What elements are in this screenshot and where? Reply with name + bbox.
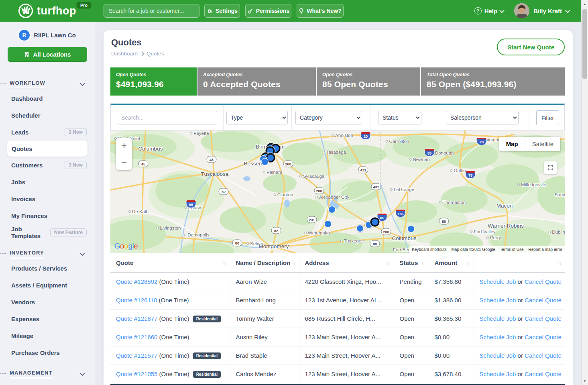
sidebar-item-customers[interactable]: Customers3 New	[0, 157, 95, 173]
action-separator: or	[516, 371, 525, 377]
map-view-button[interactable]: Map	[499, 137, 525, 151]
quote-link[interactable]: Quote #126110	[116, 297, 157, 304]
page-title: Quotes	[111, 37, 142, 48]
report-map-error-link[interactable]: Report a map error	[526, 246, 565, 253]
section-header-management[interactable]: MANAGEMENT	[0, 368, 95, 380]
interstate-shield-85: 85	[378, 214, 387, 221]
map-marker[interactable]	[267, 155, 274, 161]
type-select[interactable]: Type	[226, 111, 288, 124]
sidebar-item-job-templates[interactable]: Job TemplatesNew Feature	[0, 224, 95, 241]
category-select[interactable]: Category	[295, 111, 362, 124]
permissions-button[interactable]: Permissions	[245, 4, 291, 18]
scrollbar-thumb[interactable]	[582, 9, 587, 79]
help-menu[interactable]: ? Help	[474, 7, 504, 14]
sidebar-item-mileage[interactable]: Mileage	[0, 327, 95, 344]
all-locations-button[interactable]: All Locations	[8, 47, 87, 62]
stat-value: 85 Open ($491,093.96)	[427, 79, 559, 89]
map-marker[interactable]	[325, 221, 331, 227]
sidebar-item-expenses[interactable]: Expenses	[0, 310, 95, 327]
scroll-up-arrow[interactable]: ▲	[582, 1, 588, 7]
sidebar-item-leads[interactable]: Leads2 New	[0, 124, 95, 141]
col-header-address[interactable]: Address↑↓	[299, 254, 394, 272]
col-header-amount[interactable]: Amount↑↓	[429, 254, 474, 272]
brand[interactable]: turfhop Pro	[18, 3, 76, 19]
terms-of-use-link[interactable]: Terms of Use	[498, 246, 526, 253]
scroll-down-arrow[interactable]: ▼	[582, 378, 588, 384]
col-header-actions[interactable]: ↑↓	[474, 254, 565, 272]
map-marker[interactable]	[267, 148, 273, 154]
quotes-search-input[interactable]	[117, 111, 217, 124]
quote-link[interactable]: Quote #121055	[116, 371, 157, 377]
vertical-scrollbar[interactable]: ▲ ▼	[581, 0, 588, 385]
residential-badge: Residential	[193, 371, 221, 378]
map-marker[interactable]	[262, 159, 268, 165]
divider	[291, 105, 292, 130]
company-switcher[interactable]: R RIIPL Lawn Co	[0, 30, 95, 41]
whats-new-button[interactable]: What's New?	[297, 4, 344, 18]
schedule-job-link[interactable]: Schedule Job	[480, 334, 516, 340]
map-city-label: Tuskegee	[340, 238, 364, 243]
cancel-quote-link[interactable]: Cancel Quote	[525, 371, 562, 377]
schedule-job-link[interactable]: Schedule Job	[480, 315, 516, 322]
schedule-job-link[interactable]: Schedule Job	[480, 297, 516, 304]
status-cell: Pending	[394, 272, 429, 291]
col-header-name[interactable]: Name / Description↑↓	[230, 254, 299, 272]
quote-link[interactable]: Quote #128592	[116, 278, 157, 285]
map-marker[interactable]	[372, 219, 378, 225]
section-header-inventory[interactable]: INVENTORY	[0, 248, 95, 260]
sidebar-item-products-services[interactable]: Products / Services	[0, 260, 95, 277]
map-city-label: Warner Robins	[488, 223, 524, 229]
sidebar-item-purchase-orders[interactable]: Purchase Orders	[0, 344, 95, 361]
schedule-job-link[interactable]: Schedule Job	[480, 278, 516, 285]
sidebar-item-invoices[interactable]: Invoices	[0, 190, 95, 207]
zoom-in-button[interactable]: +	[116, 138, 132, 154]
map-city-label: Milledgeville	[517, 182, 546, 187]
sidebar-item-jobs[interactable]: Jobs	[0, 173, 95, 190]
map[interactable]: FayetteWest PointColumbusAnnistonCarroll…	[110, 130, 565, 253]
cancel-quote-link[interactable]: Cancel Quote	[525, 278, 562, 285]
keyboard-shortcuts-link[interactable]: Keyboard shortcuts	[409, 246, 449, 253]
cancel-quote-link[interactable]: Cancel Quote	[525, 315, 562, 322]
settings-button[interactable]: Settings	[204, 4, 240, 18]
status-cell: Open	[394, 310, 429, 328]
cancel-quote-link[interactable]: Cancel Quote	[525, 352, 562, 359]
sidebar-item-dashboard[interactable]: Dashboard	[0, 90, 95, 107]
salesperson-select[interactable]: Salesperson	[446, 111, 519, 124]
schedule-job-link[interactable]: Schedule Job	[480, 352, 516, 359]
zoom-out-button[interactable]: −	[116, 154, 132, 170]
map-marker[interactable]	[329, 206, 335, 213]
map-marker[interactable]	[273, 145, 279, 152]
global-search-input[interactable]	[104, 4, 199, 18]
status-select[interactable]: Status	[378, 111, 421, 124]
breadcrumb-dashboard[interactable]: Dashboard	[111, 51, 138, 57]
col-header-quote[interactable]: Quote↑↓	[110, 254, 230, 272]
quote-link[interactable]: Quote #121877	[116, 315, 157, 322]
col-header-status[interactable]: Status↑↓	[394, 254, 429, 272]
sidebar-item-quotes[interactable]: Quotes	[7, 141, 87, 157]
fullscreen-button[interactable]	[544, 161, 557, 174]
sidebar-item-assets-equipment[interactable]: Assets / Equipment	[0, 277, 95, 293]
col-label: Name / Description	[236, 259, 291, 266]
user-menu[interactable]: Billy Kraft	[514, 3, 570, 18]
map-marker[interactable]	[357, 225, 363, 232]
cancel-quote-link[interactable]: Cancel Quote	[525, 297, 562, 304]
section-header-workflow[interactable]: WORKFLOW	[0, 78, 95, 90]
cancel-quote-link[interactable]: Cancel Quote	[525, 334, 562, 340]
sidebar-item-my-finances[interactable]: My Finances	[0, 207, 95, 224]
name-cell: Brad Staple	[230, 346, 299, 365]
schedule-job-link[interactable]: Schedule Job	[480, 371, 516, 377]
quote-link[interactable]: Quote #121660	[116, 334, 157, 340]
sidebar-item-label: Assets / Equipment	[11, 282, 67, 289]
map-marker[interactable]	[408, 226, 414, 232]
gear-icon	[207, 8, 213, 14]
sidebar-item-vendors[interactable]: Vendors	[0, 293, 95, 310]
town-dot-icon	[323, 151, 325, 153]
satellite-view-button[interactable]: Satellite	[525, 137, 560, 151]
filter-button[interactable]: Filter	[536, 110, 559, 125]
map-marker[interactable]	[366, 222, 372, 228]
start-new-quote-button[interactable]: Start New Quote	[497, 39, 565, 55]
sidebar-item-scheduler[interactable]: Scheduler	[0, 107, 95, 124]
quote-link[interactable]: Quote #121577	[116, 352, 157, 359]
sidebar-item-label: Expenses	[11, 316, 39, 322]
table-row: Quote #121660 (One Time)Austin Riley123 …	[110, 328, 565, 346]
